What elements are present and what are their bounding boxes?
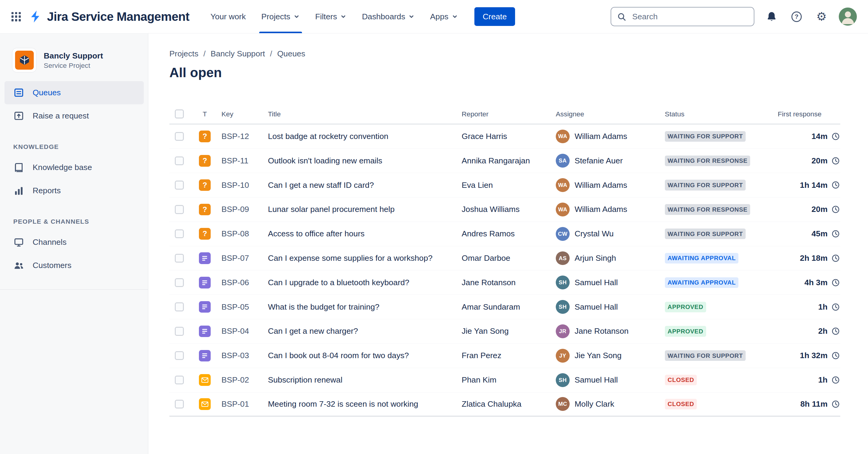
issue-key[interactable]: BSP-05 bbox=[216, 302, 262, 312]
email-request-type-icon bbox=[199, 374, 211, 386]
first-response-time: 1h 14m bbox=[800, 181, 828, 190]
table-row[interactable]: ? BSP-09 Lunar solar panel procurement h… bbox=[169, 198, 840, 222]
issue-key[interactable]: BSP-02 bbox=[216, 375, 262, 385]
table-row[interactable]: BSP-03 Can I book out 8-04 room for two … bbox=[169, 344, 840, 368]
status-badge: AWAITING APPROVAL bbox=[665, 277, 739, 288]
question-request-type-icon: ? bbox=[199, 228, 211, 240]
issue-key[interactable]: BSP-09 bbox=[216, 205, 262, 214]
page-title: All open bbox=[169, 65, 868, 80]
table-row[interactable]: BSP-04 Can I get a new charger? Jie Yan … bbox=[169, 319, 840, 344]
sidebar-item-reports[interactable]: Reports bbox=[4, 179, 144, 202]
issue-title[interactable]: Lunar solar panel procurement help bbox=[262, 205, 456, 214]
status-badge: WAITING FOR SUPPORT bbox=[665, 350, 746, 361]
people-icon bbox=[13, 260, 24, 271]
issue-title[interactable]: Can I get a new staff ID card? bbox=[262, 181, 456, 190]
assignee-name: Crystal Wu bbox=[575, 229, 614, 238]
assignee-avatar: WA bbox=[556, 130, 569, 144]
issue-key[interactable]: BSP-08 bbox=[216, 229, 262, 238]
row-checkbox[interactable] bbox=[175, 181, 184, 189]
assignee-name: Samuel Hall bbox=[575, 375, 618, 385]
issue-title[interactable]: Can I upgrade to a bluetooth keyboard? bbox=[262, 278, 456, 287]
app-switcher-button[interactable] bbox=[8, 8, 24, 25]
breadcrumb-projects[interactable]: Projects bbox=[169, 49, 198, 59]
profile-avatar[interactable] bbox=[839, 7, 857, 26]
row-checkbox[interactable] bbox=[175, 205, 184, 214]
issue-key[interactable]: BSP-06 bbox=[216, 278, 262, 287]
issue-title[interactable]: Access to office after hours bbox=[262, 229, 456, 238]
breadcrumb-queues[interactable]: Queues bbox=[277, 49, 305, 59]
sidebar-item-raise-a-request[interactable]: Raise a request bbox=[4, 104, 144, 127]
clock-icon bbox=[831, 375, 840, 385]
clock-icon bbox=[831, 132, 840, 141]
settings-button[interactable]: ⚙ bbox=[814, 9, 829, 24]
reporter-name: Jie Yan Song bbox=[456, 327, 550, 336]
assignee-avatar: JY bbox=[556, 349, 569, 363]
sidebar-item-knowledge-base[interactable]: Knowledge base bbox=[4, 156, 144, 179]
table-row[interactable]: ? BSP-08 Access to office after hours An… bbox=[169, 222, 840, 246]
nav-projects[interactable]: Projects bbox=[255, 0, 306, 33]
create-button[interactable]: Create bbox=[474, 7, 515, 26]
reporter-name: Zlatica Chalupka bbox=[456, 399, 550, 409]
issue-title[interactable]: Meeting room 7-32 is sceen is not workin… bbox=[262, 399, 456, 409]
sidebar-item-label: Reports bbox=[33, 186, 61, 195]
issue-key[interactable]: BSP-10 bbox=[216, 181, 262, 190]
issue-title[interactable]: Subscription renewal bbox=[262, 375, 456, 385]
select-all-checkbox[interactable] bbox=[175, 110, 184, 118]
search-input[interactable] bbox=[631, 11, 748, 22]
issue-key[interactable]: BSP-01 bbox=[216, 399, 262, 409]
row-checkbox[interactable] bbox=[175, 132, 184, 141]
row-checkbox[interactable] bbox=[175, 375, 184, 384]
table-row[interactable]: ? BSP-12 Lost badge at rocketry conventi… bbox=[169, 124, 840, 149]
reporter-name: Joshua Williams bbox=[456, 205, 550, 214]
row-checkbox[interactable] bbox=[175, 351, 184, 360]
issue-title[interactable]: Outlook isn't loading new emails bbox=[262, 156, 456, 165]
nav-dashboards[interactable]: Dashboards bbox=[355, 0, 421, 33]
issue-key[interactable]: BSP-07 bbox=[216, 253, 262, 263]
nav-filters[interactable]: Filters bbox=[309, 0, 353, 33]
issue-key[interactable]: BSP-12 bbox=[216, 132, 262, 141]
row-checkbox[interactable] bbox=[175, 230, 184, 238]
assignee-avatar: JR bbox=[556, 324, 569, 338]
sidebar-item-queues[interactable]: Queues bbox=[4, 81, 144, 104]
help-button[interactable]: ? bbox=[789, 9, 804, 24]
issue-key[interactable]: BSP-11 bbox=[216, 156, 262, 165]
table-row[interactable]: BSP-05 What is the budget for training? … bbox=[169, 295, 840, 319]
row-checkbox[interactable] bbox=[175, 327, 184, 335]
row-checkbox[interactable] bbox=[175, 302, 184, 311]
sidebar-item-channels[interactable]: Channels bbox=[4, 231, 144, 254]
table-row[interactable]: ? BSP-11 Outlook isn't loading new email… bbox=[169, 149, 840, 173]
table-row[interactable]: BSP-07 Can I expense some supplies for a… bbox=[169, 246, 840, 271]
issue-key[interactable]: BSP-03 bbox=[216, 351, 262, 360]
global-search[interactable] bbox=[611, 7, 755, 26]
issue-title[interactable]: Lost badge at rocketry convention bbox=[262, 132, 456, 141]
clock-icon bbox=[831, 351, 840, 360]
notifications-button[interactable] bbox=[764, 9, 779, 24]
nav-your-work[interactable]: Your work bbox=[204, 0, 252, 33]
table-row[interactable]: BSP-01 Meeting room 7-32 is sceen is not… bbox=[169, 393, 840, 417]
table-row[interactable]: ? BSP-10 Can I get a new staff ID card? … bbox=[169, 173, 840, 198]
issue-title[interactable]: Can I get a new charger? bbox=[262, 327, 456, 336]
nav-apps[interactable]: Apps bbox=[424, 0, 464, 33]
product-logo[interactable]: Jira Service Management bbox=[29, 9, 189, 24]
table-row[interactable]: BSP-06 Can I upgrade to a bluetooth keyb… bbox=[169, 270, 840, 295]
row-checkbox[interactable] bbox=[175, 400, 184, 408]
sidebar-section-people-channels: PEOPLE & CHANNELS bbox=[0, 202, 148, 231]
person-silhouette-icon bbox=[839, 7, 857, 26]
issue-key[interactable]: BSP-04 bbox=[216, 327, 262, 336]
request-request-type-icon bbox=[199, 252, 211, 264]
row-checkbox[interactable] bbox=[175, 156, 184, 165]
table-row[interactable]: BSP-02 Subscription renewal Phan Kim SH … bbox=[169, 368, 840, 393]
row-checkbox[interactable] bbox=[175, 278, 184, 287]
assignee-avatar: SH bbox=[556, 373, 569, 387]
issue-title[interactable]: What is the budget for training? bbox=[262, 302, 456, 312]
clock-icon bbox=[831, 253, 840, 263]
assignee-avatar: MC bbox=[556, 397, 569, 411]
issue-title[interactable]: Can I book out 8-04 room for two days? bbox=[262, 351, 456, 360]
breadcrumb-project[interactable]: Bancly Support bbox=[211, 49, 265, 59]
issue-title[interactable]: Can I expense some supplies for a worksh… bbox=[262, 253, 456, 263]
row-checkbox[interactable] bbox=[175, 254, 184, 263]
project-sidebar: Bancly Support Service Project Queues Ra… bbox=[0, 33, 148, 454]
bell-icon bbox=[766, 10, 778, 23]
sidebar-item-customers[interactable]: Customers bbox=[4, 254, 144, 277]
sidebar-item-label: Knowledge base bbox=[33, 163, 92, 172]
